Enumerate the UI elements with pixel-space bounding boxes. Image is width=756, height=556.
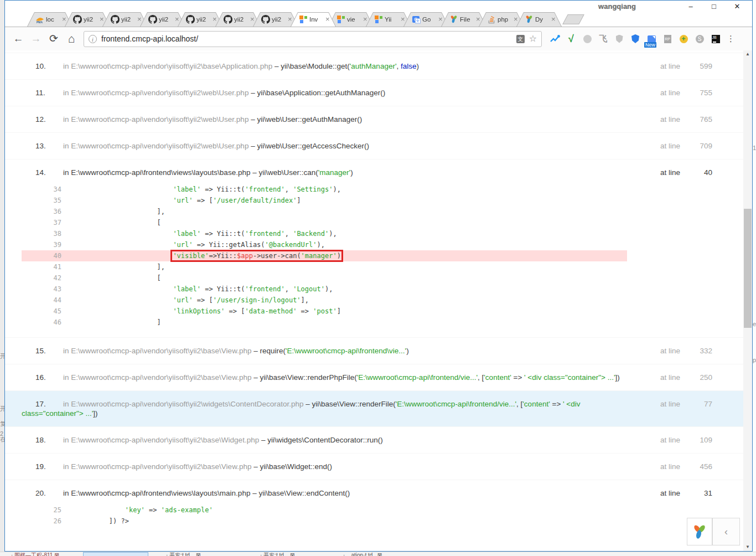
code-line[interactable]: 44 'url' => ['/user/sign-in/logout'],: [22, 295, 627, 306]
yii-flower-favicon-icon: [525, 15, 534, 24]
code-string: 'data-method': [245, 307, 297, 315]
tab-dy-13[interactable]: Dy×: [516, 12, 562, 27]
file-path: in E:\wwwroot\cmcp-api\vendor\yiisoft\yi…: [63, 462, 251, 471]
jetbrains-extension-icon[interactable]: JB: [710, 32, 721, 46]
code-line[interactable]: 25 'key' => 'ads-example': [22, 504, 627, 516]
at-line-number: 709: [700, 141, 712, 151]
debug-toolbar-collapse-button[interactable]: ‹: [712, 518, 740, 545]
back-button[interactable]: ←: [11, 31, 26, 47]
stackoverflow-favicon-icon: [487, 15, 496, 24]
at-line: at line456: [660, 462, 712, 471]
page-content: at line59910.in E:\wwwroot\cmcp-api\vend…: [5, 50, 752, 551]
tab-inner: yii2×: [73, 12, 103, 27]
chrome-profile-name[interactable]: wangqiang: [598, 2, 636, 11]
gray-circle-extension-icon[interactable]: [582, 32, 593, 46]
trend-chart-extension-icon[interactable]: [550, 32, 561, 46]
call-stack-item[interactable]: at line3120.in E:\wwwroot\cmcp-api\front…: [5, 480, 743, 536]
code-line[interactable]: 43 'label' => Yii::t('frontend', 'Logout…: [22, 284, 627, 295]
gray-shield-extension-icon[interactable]: [614, 32, 625, 46]
background-window-fragment: 在: [0, 436, 4, 442]
code-plain: => [: [193, 296, 213, 304]
yii-debug-logo-button[interactable]: [687, 518, 712, 545]
method-call: ): [406, 347, 409, 355]
call-stack-item[interactable]: at line33215.in E:\wwwroot\cmcp-api\vend…: [5, 337, 743, 364]
call-stack-item[interactable]: at line59910.in E:\wwwroot\cmcp-api\vend…: [5, 53, 743, 79]
file-path: in E:\wwwroot\cmcp-api\vendor\yiisoft\yi…: [63, 400, 303, 408]
code-plain: [: [77, 274, 161, 282]
code-line[interactable]: 38 'label' => Yii::t('frontend', 'Backen…: [22, 228, 627, 239]
blue-shield-extension-icon[interactable]: [630, 32, 641, 46]
call-stack-item[interactable]: at line25016.in E:\wwwroot\cmcp-api\vend…: [5, 364, 743, 390]
at-line-label: at line: [660, 88, 680, 97]
at-line: at line599: [660, 61, 712, 71]
at-line-number: 599: [700, 61, 712, 71]
call-stack-item[interactable]: at line45619.in E:\wwwroot\cmcp-api\vend…: [5, 453, 743, 480]
code-text: ]) ?>: [77, 516, 129, 527]
code-line[interactable]: 26 ]) ?>: [22, 516, 627, 527]
error-line[interactable]: 40 'visible'=>Yii::$app->user->can('mana…: [22, 250, 627, 261]
page-info-icon[interactable]: i: [89, 35, 97, 43]
code-line[interactable]: 34 'label' => Yii::t('frontend', 'Settin…: [22, 184, 627, 195]
scrollbar-thumb[interactable]: [744, 209, 752, 328]
reload-button[interactable]: ⟳: [46, 31, 61, 47]
blue-s-extension-icon[interactable]: New: [646, 32, 657, 46]
at-line-label: at line: [660, 115, 680, 124]
at-line-label: at line: [660, 373, 680, 382]
chrome-menu-icon[interactable]: ⋮: [727, 35, 735, 43]
bookmark-star-icon[interactable]: ☆: [529, 34, 537, 43]
tab-close-icon[interactable]: ×: [325, 16, 330, 23]
taskbar-fragments: · 围棋—工程-811 ⊠· 开发:t.td... ⊠· 开发:t.td... …: [0, 552, 756, 556]
minimize-button[interactable]: –: [679, 2, 702, 11]
maximize-button[interactable]: □: [702, 2, 726, 11]
background-window-right-edge: 1ep: [753, 0, 756, 552]
tab-inner: yii2×: [111, 12, 141, 27]
call-stack-item[interactable]: at line10918.in E:\wwwroot\cmcp-api\vend…: [5, 426, 743, 453]
vertical-scrollbar[interactable]: ▲ ▼: [743, 50, 752, 551]
code-line[interactable]: 42 [: [22, 272, 627, 284]
forward-button[interactable]: →: [28, 31, 44, 47]
line-number: 39: [22, 239, 77, 250]
call-stack-item[interactable]: at line70913.in E:\wwwroot\cmcp-api\vend…: [5, 132, 743, 159]
url-text[interactable]: frontend.cmcp-api.localhost/: [101, 34, 512, 43]
code-line[interactable]: 46 ]: [22, 317, 627, 328]
gray-s-extension-icon[interactable]: S: [694, 32, 705, 46]
method-call: , [: [516, 400, 522, 408]
tab-close-icon[interactable]: ×: [551, 16, 556, 23]
call-stack-item[interactable]: at line7717.in E:\wwwroot\cmcp-api\vendo…: [5, 390, 743, 426]
method-call: – yii\web\User::getAccessChecker(): [248, 142, 369, 150]
address-bar[interactable]: i frontend.cmcp-api.localhost/ 文 ☆: [84, 31, 542, 47]
code-snippet: 34 'label' => Yii::t('frontend', 'Settin…: [22, 184, 627, 328]
item-number: 16.: [35, 373, 63, 382]
taskbar-item-fragment: · 开发:t.td... ⊠: [166, 552, 200, 556]
close-button[interactable]: ✕: [726, 2, 749, 11]
browser-window: wangqiang – □ ✕ PMAloc×yii2×yii2×yii2×yi…: [4, 0, 753, 552]
call-stack-item[interactable]: at line75511.in E:\wwwroot\cmcp-api\vend…: [5, 79, 743, 106]
file-path: in E:\wwwroot\cmcp-api\vendor\yiisoft\yi…: [63, 436, 259, 444]
code-string: 'key': [125, 506, 145, 514]
code-line[interactable]: 35 'url' => ['/user/default/index']: [22, 195, 627, 206]
call-stack-item[interactable]: at line4014.in E:\wwwroot\cmcp-api\front…: [5, 159, 743, 337]
code-plain: ),: [333, 186, 340, 193]
new-tab-button[interactable]: [562, 14, 584, 24]
scroll-up-arrow-icon[interactable]: ▲: [743, 50, 752, 58]
translate-icon[interactable]: 文: [516, 35, 525, 43]
scroll-down-arrow-icon[interactable]: ▼: [743, 543, 752, 551]
code-string: 'linkOptions': [173, 307, 225, 315]
code-line[interactable]: 36 ],: [22, 206, 627, 217]
at-line-label: at line: [660, 462, 680, 471]
green-yellow-circle-extension-icon[interactable]: +: [678, 32, 689, 46]
home-button[interactable]: ⌂: [64, 31, 79, 47]
calligraphy-extension-icon[interactable]: 飞: [598, 32, 609, 46]
code-line[interactable]: 45 'linkOptions' => ['data-method' => 'p…: [22, 306, 627, 317]
rp-reader-extension-icon[interactable]: RP: [662, 32, 673, 46]
green-check-extension-icon[interactable]: √: [566, 32, 577, 46]
code-line[interactable]: 41 ],: [22, 261, 627, 272]
tab-label: File: [460, 16, 474, 23]
at-line: at line755: [660, 88, 712, 97]
code-line[interactable]: 39 'url' => Yii::getAlias('@backendUrl')…: [22, 239, 627, 250]
code-line[interactable]: 37 [: [22, 217, 627, 228]
taskbar-selected-item: [83, 552, 148, 556]
tab-label: Go: [422, 16, 437, 23]
tab-inv-7[interactable]: Inv×: [291, 12, 336, 27]
call-stack-item[interactable]: at line76512.in E:\wwwroot\cmcp-api\vend…: [5, 106, 743, 132]
